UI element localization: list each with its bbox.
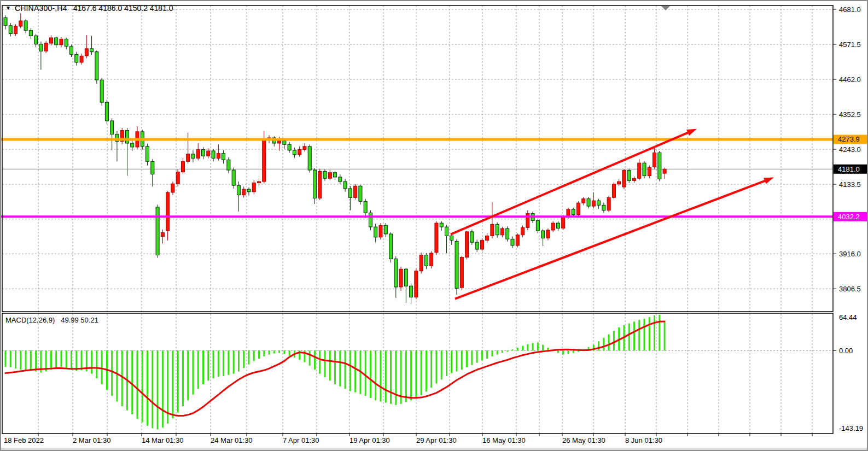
symbol-period-label: CHINA300-,H4 bbox=[15, 4, 67, 13]
candle-body bbox=[181, 161, 184, 172]
candle-body bbox=[212, 151, 215, 158]
candle-body bbox=[343, 181, 347, 189]
candle-body bbox=[541, 231, 545, 238]
candle-body bbox=[207, 151, 210, 156]
candle-body bbox=[24, 21, 27, 31]
macd-axis[interactable]: 64.440.00-143.19 bbox=[833, 313, 863, 432]
candle-body bbox=[394, 259, 398, 287]
candle-body bbox=[562, 216, 565, 228]
candle-body bbox=[430, 253, 433, 266]
candle-body bbox=[288, 144, 291, 150]
candle-body bbox=[592, 201, 595, 206]
candle-body bbox=[283, 140, 286, 144]
chart-title: ▼ CHINA300-,H4 4167.6 4186.0 4150.2 4181… bbox=[5, 4, 173, 13]
svg-text:4462.0: 4462.0 bbox=[839, 75, 861, 84]
candle-body bbox=[653, 153, 656, 167]
svg-text:4352.5: 4352.5 bbox=[839, 110, 861, 119]
candle-body bbox=[318, 171, 322, 198]
svg-text:8 Jun 01:30: 8 Jun 01:30 bbox=[625, 436, 662, 444]
candle-body bbox=[49, 38, 53, 43]
candle-body bbox=[298, 150, 301, 155]
candle-body bbox=[445, 227, 448, 236]
candle-body bbox=[293, 150, 296, 155]
candle-body bbox=[475, 242, 479, 249]
candle-body bbox=[404, 269, 407, 286]
candle-body bbox=[658, 153, 661, 179]
candle-body bbox=[222, 154, 225, 160]
candle-body bbox=[19, 21, 22, 26]
svg-text:14 Mar 01:30: 14 Mar 01:30 bbox=[142, 436, 184, 444]
price-axis[interactable]: 4681.04571.54462.04352.54243.04133.53916… bbox=[833, 5, 867, 293]
candle-body bbox=[202, 150, 205, 156]
candle-body bbox=[632, 178, 636, 180]
candle-body bbox=[364, 201, 367, 213]
macd-name: MACD(12,26,9) bbox=[5, 316, 55, 324]
candle-body bbox=[80, 56, 83, 62]
candle-body bbox=[424, 255, 428, 266]
svg-text:16 May 01:30: 16 May 01:30 bbox=[482, 436, 526, 444]
current-price-label: 4181.0 bbox=[834, 165, 867, 174]
svg-text:26 May 01:30: 26 May 01:30 bbox=[562, 436, 605, 444]
candle-body bbox=[196, 150, 200, 159]
candle-body bbox=[65, 39, 68, 46]
candle-body bbox=[252, 183, 255, 191]
candle-body bbox=[110, 121, 114, 134]
candle-body bbox=[435, 223, 438, 253]
candle-body bbox=[643, 163, 646, 175]
resistance-price-label: 4273.9 bbox=[834, 134, 867, 144]
candle-body bbox=[100, 80, 103, 102]
candle-body bbox=[627, 171, 631, 181]
candle-body bbox=[328, 173, 331, 179]
candle-body bbox=[551, 223, 555, 230]
candle-body bbox=[455, 241, 458, 288]
candlestick-series bbox=[4, 14, 666, 304]
candle-body bbox=[44, 43, 48, 51]
candle-body bbox=[95, 52, 98, 80]
candle-body bbox=[587, 199, 590, 206]
candle-body bbox=[166, 192, 170, 231]
svg-text:-143.19: -143.19 bbox=[839, 424, 863, 432]
candle-body bbox=[460, 257, 463, 288]
time-axis[interactable]: 18 Feb 20222 Mar 01:3014 Mar 01:3024 Mar… bbox=[4, 434, 812, 444]
candle-body bbox=[359, 186, 362, 201]
macd-values bbox=[57, 316, 59, 324]
candle-body bbox=[622, 171, 626, 187]
svg-text:2 Mar 01:30: 2 Mar 01:30 bbox=[73, 436, 110, 444]
candle-body bbox=[415, 271, 418, 297]
svg-text:4032.2: 4032.2 bbox=[838, 213, 860, 221]
svg-text:4243.0: 4243.0 bbox=[839, 145, 861, 154]
candle-body bbox=[60, 39, 63, 45]
candle-body bbox=[410, 286, 413, 297]
candle-body bbox=[70, 46, 73, 55]
candle-body bbox=[597, 201, 601, 205]
candle-body bbox=[105, 102, 108, 121]
support-price-label: 4032.2 bbox=[834, 212, 867, 221]
chevron-down-icon[interactable]: ▼ bbox=[5, 5, 11, 11]
svg-text:19 Apr 01:30: 19 Apr 01:30 bbox=[349, 436, 390, 444]
candle-body bbox=[278, 140, 281, 143]
candle-body bbox=[176, 172, 179, 184]
candle-body bbox=[648, 167, 651, 175]
window-bottom-strip bbox=[1, 448, 868, 451]
candle-body bbox=[14, 26, 18, 33]
candle-body bbox=[156, 207, 159, 255]
candle-body bbox=[617, 181, 621, 184]
candle-body bbox=[217, 154, 220, 159]
chart-canvas[interactable]: 4681.04571.54462.04352.54243.04133.53916… bbox=[1, 1, 868, 451]
candle-body bbox=[491, 224, 494, 236]
candle-body bbox=[258, 181, 261, 183]
macd-histogram bbox=[5, 315, 665, 430]
macd-indicator-label: MACD(12,26,9) 49.99 50.21 bbox=[5, 316, 98, 324]
candle-body bbox=[55, 38, 58, 45]
trend-arrow-upper[interactable] bbox=[451, 129, 697, 235]
candle-body bbox=[521, 227, 525, 235]
candle-body bbox=[339, 177, 342, 181]
candle-body bbox=[582, 199, 585, 203]
candle-body bbox=[323, 171, 327, 178]
current-bar-marker-icon bbox=[661, 6, 670, 10]
svg-text:0.00: 0.00 bbox=[839, 347, 853, 355]
candle-body bbox=[242, 189, 246, 195]
candle-body bbox=[663, 169, 666, 173]
svg-text:7 Apr 01:30: 7 Apr 01:30 bbox=[283, 436, 319, 444]
candle-body bbox=[237, 185, 240, 195]
